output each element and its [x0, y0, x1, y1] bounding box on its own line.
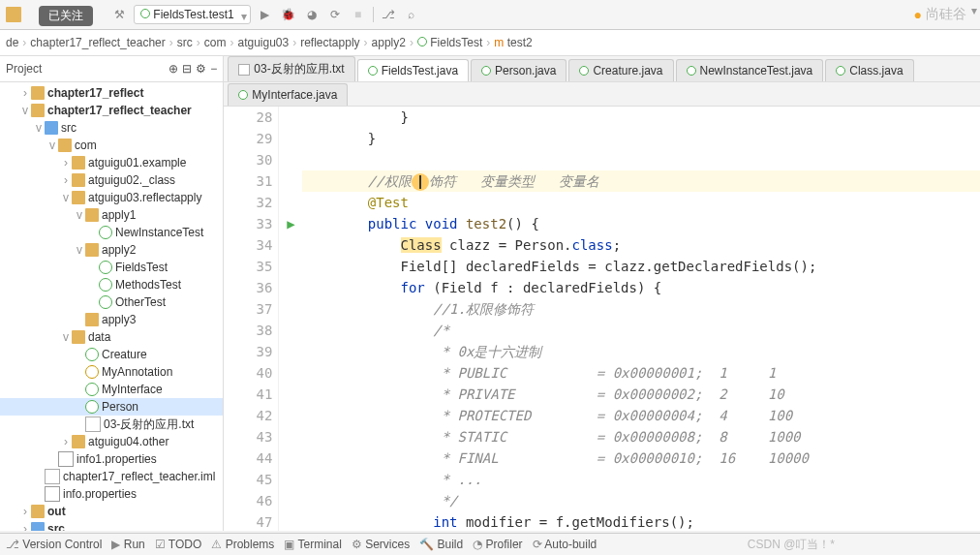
tree-item[interactable]: MyAnnotation: [0, 363, 223, 381]
hammer-icon[interactable]: ⚒: [110, 6, 128, 23]
editor-tab[interactable]: MyInterface.java: [228, 83, 348, 106]
watermark: CSDN @叮当！*: [748, 537, 835, 553]
editor-tab[interactable]: Person.java: [471, 59, 567, 81]
coverage-button[interactable]: ◕: [303, 6, 321, 23]
tool-button[interactable]: 🔨 Build: [419, 538, 463, 551]
stop-button[interactable]: ■: [350, 6, 367, 23]
source-code[interactable]: } } //权限饰符 变量类型 变量名 @Test public void te…: [302, 107, 980, 531]
tree-item[interactable]: ›atguigu02._class: [0, 171, 223, 189]
tree-item[interactable]: FieldsTest: [0, 259, 223, 276]
editor-tab[interactable]: Class.java: [825, 59, 913, 81]
tree-item[interactable]: NewInstanceTest: [0, 224, 223, 241]
tree-item[interactable]: vatguigu03.reflectapply: [0, 189, 223, 206]
settings-icon[interactable]: ⊕: [168, 62, 178, 76]
tool-button[interactable]: ⚠ Problems: [211, 538, 274, 551]
brand-logo: ●尚硅谷: [914, 6, 966, 23]
run-button[interactable]: ▶: [257, 6, 274, 23]
tree-item[interactable]: info1.properties: [0, 450, 223, 468]
tool-button[interactable]: ◔ Profiler: [473, 538, 522, 551]
editor-tab[interactable]: Creature.java: [568, 59, 673, 81]
project-panel: Project ▾ ⊕ ⊟ ⚙ − ›chapter17_reflectvcha…: [0, 56, 224, 531]
collapse-icon[interactable]: ⊟: [182, 62, 192, 76]
breadcrumb-item[interactable]: apply2: [372, 36, 406, 49]
breadcrumb-item[interactable]: atguigu03: [237, 36, 289, 49]
tool-button[interactable]: ▶ Run: [111, 538, 144, 551]
project-header[interactable]: Project ▾ ⊕ ⊟ ⚙ −: [0, 56, 223, 82]
project-icon: [6, 7, 21, 22]
tool-button[interactable]: ⎇ Version Control: [6, 538, 102, 551]
gutter: 2829303132333435363738394041424344454647…: [224, 107, 279, 531]
tree-item[interactable]: vcom: [0, 137, 223, 154]
run-config-label: FieldsTest.test1: [153, 8, 233, 21]
git-button[interactable]: ⎇: [380, 6, 397, 23]
editor-tab[interactable]: FieldsTest.java: [357, 59, 469, 81]
tree-item[interactable]: ›atguigu01.example: [0, 154, 223, 171]
tree-item[interactable]: Creature: [0, 346, 223, 363]
tool-button[interactable]: ☑ TODO: [155, 538, 202, 551]
tool-button[interactable]: ⟳ Auto-build: [533, 538, 597, 551]
tree-item[interactable]: chapter17_reflect_teacher.iml: [0, 468, 223, 485]
gear-icon[interactable]: ⚙: [196, 62, 206, 76]
breadcrumb-item[interactable]: chapter17_reflect_teacher: [30, 36, 165, 49]
breadcrumb: de›chapter17_reflect_teacher›src›com›atg…: [0, 30, 980, 56]
tree-item[interactable]: apply3: [0, 311, 223, 328]
tree-item[interactable]: vapply2: [0, 241, 223, 259]
tree-item[interactable]: OtherTest: [0, 293, 223, 311]
tree-item[interactable]: ›src: [0, 520, 223, 531]
hide-icon[interactable]: −: [210, 62, 217, 76]
tree-item[interactable]: 03-反射的应用.txt: [0, 416, 223, 433]
tree-item[interactable]: vdata: [0, 328, 223, 346]
tree-item[interactable]: info.properties: [0, 485, 223, 503]
editor-tab[interactable]: 03-反射的应用.txt: [228, 56, 354, 81]
profile-button[interactable]: ⟳: [326, 6, 344, 23]
breadcrumb-item[interactable]: m test2: [494, 36, 532, 49]
tree-item[interactable]: Person: [0, 398, 223, 416]
tree-item[interactable]: MyInterface: [0, 381, 223, 398]
search-icon[interactable]: ⌕: [403, 6, 420, 23]
breadcrumb-item[interactable]: FieldsTest: [417, 36, 482, 49]
tree-item[interactable]: MethodsTest: [0, 276, 223, 293]
project-tree[interactable]: ›chapter17_reflectvchapter17_reflect_tea…: [0, 82, 223, 531]
breadcrumb-item[interactable]: com: [204, 36, 227, 49]
tool-button[interactable]: ⚙ Services: [352, 538, 410, 551]
tree-item[interactable]: ›chapter17_reflect: [0, 84, 223, 102]
tree-item[interactable]: vsrc: [0, 119, 223, 137]
chevron-down-icon: ▾: [971, 4, 977, 17]
code-editor[interactable]: 2829303132333435363738394041424344454647…: [224, 107, 980, 531]
run-config-dropdown[interactable]: FieldsTest.test1 ▾: [134, 5, 251, 24]
tree-item[interactable]: ›atguigu04.other: [0, 433, 223, 450]
followed-badge: 已关注: [39, 6, 93, 26]
chevron-down-icon: ▾: [241, 10, 247, 23]
tree-item[interactable]: vapply1: [0, 206, 223, 224]
editor-tabs-row2: MyInterface.java: [224, 82, 980, 107]
top-toolbar: 已关注 ⚒ FieldsTest.test1 ▾ ▶ 🐞 ◕ ⟳ ■ ⎇ ⌕ ●…: [0, 0, 980, 30]
breadcrumb-item[interactable]: reflectapply: [300, 36, 359, 49]
tree-item[interactable]: vchapter17_reflect_teacher: [0, 102, 223, 119]
editor-tabs-row1: 03-反射的应用.txtFieldsTest.javaPerson.javaCr…: [224, 56, 980, 82]
breadcrumb-item[interactable]: src: [177, 36, 193, 49]
tree-item[interactable]: ›out: [0, 503, 223, 520]
breadcrumb-item[interactable]: de: [6, 36, 18, 49]
tool-button[interactable]: ▣ Terminal: [284, 538, 341, 551]
run-signs[interactable]: ▶: [279, 107, 302, 531]
editor-tab[interactable]: NewInstanceTest.java: [676, 59, 824, 81]
debug-button[interactable]: 🐞: [280, 6, 297, 23]
editor-area: 03-反射的应用.txtFieldsTest.javaPerson.javaCr…: [224, 56, 980, 531]
